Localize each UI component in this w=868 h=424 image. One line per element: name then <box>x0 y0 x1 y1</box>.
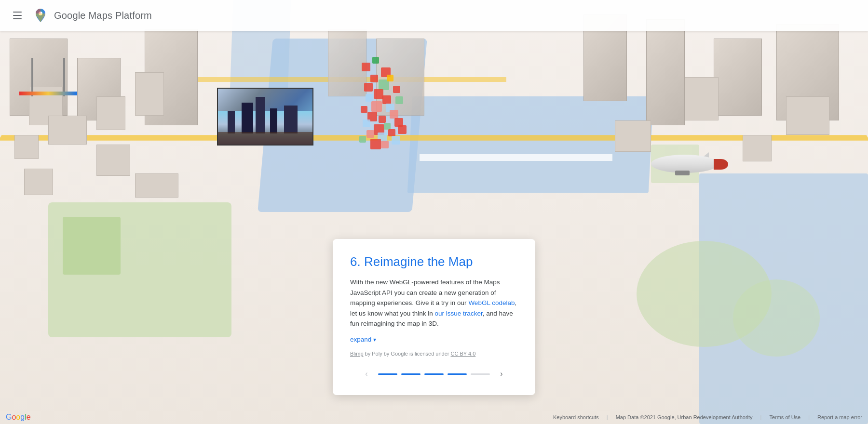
page-indicator-2[interactable] <box>424 373 444 375</box>
attribution: Blimp by Poly by Google is licensed unde… <box>350 351 518 357</box>
expand-button[interactable]: expand ▾ <box>350 336 376 343</box>
footer-report-error[interactable]: Report a map error <box>817 414 862 420</box>
footer-terms[interactable]: Terms of Use <box>769 414 800 420</box>
page-indicator-0[interactable] <box>378 373 397 375</box>
billboard-pole-left <box>31 58 33 96</box>
chevron-down-icon: ▾ <box>373 336 376 343</box>
google-g: G <box>6 413 12 421</box>
menu-icon <box>13 12 22 13</box>
data-square-22 <box>366 130 374 138</box>
prev-page-button[interactable]: ‹ <box>359 366 374 382</box>
next-page-button[interactable]: › <box>494 366 509 382</box>
google-logo-text: Google <box>6 413 31 422</box>
attribution-text: by Poly by Google is licensed under <box>364 351 451 357</box>
page-indicator-1[interactable] <box>401 373 420 375</box>
data-square-29 <box>392 136 400 145</box>
billboard-pole-right <box>63 58 65 96</box>
data-square-25 <box>398 125 407 134</box>
card-title: 6. Reimagine the Map <box>350 254 518 269</box>
page-indicator-4[interactable] <box>471 373 490 375</box>
menu-icon <box>13 15 22 16</box>
data-square-10 <box>393 86 400 93</box>
data-square-24 <box>388 129 395 136</box>
app-title: Google Maps Platform <box>54 10 152 21</box>
data-square-20 <box>384 123 391 130</box>
data-square-1 <box>372 57 379 64</box>
data-square-26 <box>359 136 366 143</box>
webgl-codelab-link[interactable]: WebGL codelab <box>468 299 515 306</box>
google-o2: o <box>16 413 20 421</box>
data-square-9 <box>382 95 391 104</box>
billboard-base <box>19 92 77 95</box>
data-square-27 <box>370 139 381 149</box>
footer-map-data[interactable]: Map Data ©2021 Google, Urban Redevelopme… <box>616 414 753 420</box>
data-square-3 <box>370 75 378 82</box>
data-square-17 <box>390 110 398 119</box>
billboard <box>217 88 313 146</box>
pagination: ‹ › <box>350 366 518 382</box>
data-square-6 <box>387 75 393 81</box>
data-square-5 <box>364 83 373 92</box>
data-square-7 <box>374 89 383 99</box>
google-g2: g <box>20 413 25 421</box>
data-square-8 <box>366 94 373 102</box>
expand-label: expand <box>350 336 371 343</box>
data-square-12 <box>361 106 367 113</box>
footer-keyboard-shortcuts[interactable]: Keyboard shortcuts <box>553 414 599 420</box>
cc-license-link[interactable]: CC BY 4.0 <box>451 351 476 357</box>
info-card: 6. Reimagine the Map With the new WebGL-… <box>333 239 535 395</box>
blimp <box>651 152 728 176</box>
menu-icon <box>13 18 22 19</box>
menu-button[interactable] <box>8 6 27 25</box>
data-square-11 <box>371 101 382 112</box>
google-e: e <box>27 413 31 421</box>
google-maps-logo <box>33 8 48 23</box>
issue-tracker-link[interactable]: our issue tracker <box>435 310 483 317</box>
data-square-16 <box>379 116 386 123</box>
page-indicator-3[interactable] <box>448 373 467 375</box>
data-square-18 <box>363 119 370 127</box>
blimp-link[interactable]: Blimp <box>350 351 364 357</box>
card-description: With the new WebGL-powered features of t… <box>350 277 518 329</box>
footer-links: Keyboard shortcuts | Map Data ©2021 Goog… <box>553 414 862 420</box>
data-square-14 <box>395 96 403 104</box>
footer: Google Keyboard shortcuts | Map Data ©20… <box>0 411 868 424</box>
data-square-28 <box>381 141 389 148</box>
header: Google Maps Platform <box>0 0 868 31</box>
data-square-0 <box>362 63 370 71</box>
